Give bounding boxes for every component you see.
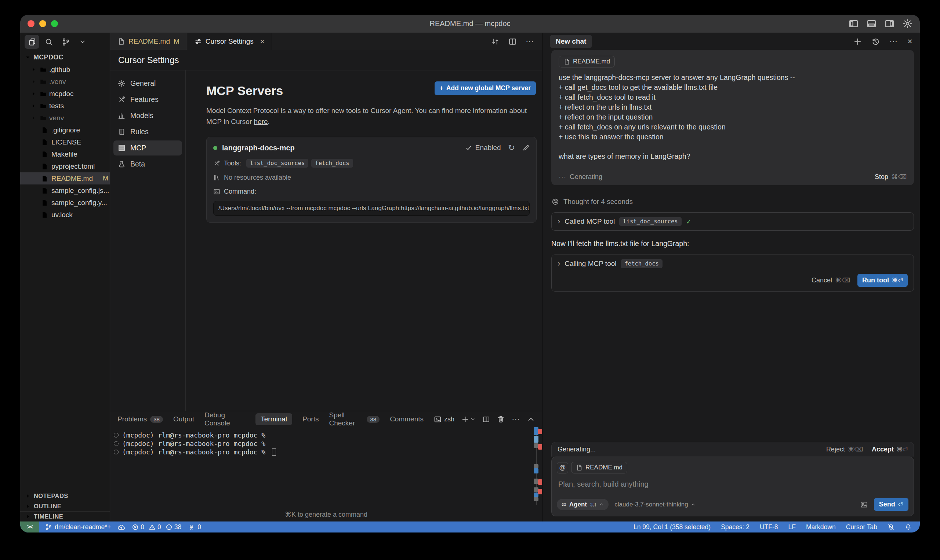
chat-tab-new-chat[interactable]: New chat	[550, 35, 592, 48]
enabled-toggle[interactable]: Enabled	[465, 144, 501, 152]
cursor-position-status[interactable]: Ln 99, Col 1 (358 selected)	[633, 523, 711, 531]
send-button[interactable]: Send ⏎	[874, 498, 908, 511]
cursor-tab-status[interactable]: Cursor Tab	[846, 523, 877, 531]
search-view-button[interactable]	[42, 35, 56, 49]
split-editor-icon[interactable]	[508, 37, 517, 46]
run-tool-button[interactable]: Run tool ⌘⏎	[857, 274, 908, 287]
eol-status[interactable]: LF	[789, 523, 796, 531]
source-control-view-button[interactable]	[59, 35, 73, 49]
new-chat-icon[interactable]	[854, 37, 862, 46]
attach-image-icon[interactable]	[860, 501, 868, 509]
section-outline[interactable]: OUTLINE	[20, 501, 110, 511]
language-mode-status[interactable]: Markdown	[806, 523, 836, 531]
git-branch-status[interactable]: rlm/clean-readme*+	[45, 523, 111, 531]
indentation-status[interactable]: Spaces: 2	[721, 523, 750, 531]
terminal-output[interactable]: (mcpdoc) rlm@rs-macbook-pro mcpdoc % (mc…	[110, 427, 542, 511]
settings-nav-models[interactable]: Models	[113, 108, 182, 123]
chevron-right-icon	[25, 503, 31, 509]
compare-changes-icon[interactable]	[491, 37, 500, 46]
cancel-tool-button[interactable]: Cancel ⌘⌫	[812, 277, 850, 284]
more-actions-icon[interactable]: ⋯	[889, 40, 898, 43]
refresh-icon[interactable]: ↻	[508, 143, 515, 152]
chat-input-placeholder[interactable]: Plan, search, build anything	[558, 480, 907, 488]
new-terminal-button[interactable]	[462, 415, 475, 423]
tab-cursor-settings[interactable]: Cursor Settings ×	[187, 33, 272, 50]
tree-item-license[interactable]: LICENSE	[20, 136, 110, 148]
tree-item-sample-config-y[interactable]: sample_config.y...	[20, 197, 110, 209]
problems-status[interactable]: 0 0 38	[132, 523, 181, 531]
notifications-bell-icon[interactable]	[905, 524, 912, 531]
minimize-window-button[interactable]	[39, 20, 46, 27]
called-tool-card[interactable]: › Called MCP tool list_doc_sources ✓	[551, 212, 914, 231]
split-terminal-icon[interactable]	[482, 415, 490, 423]
tree-item-venv[interactable]: venv	[20, 112, 110, 124]
calling-tool-card[interactable]: › Calling MCP tool fetch_docs Cancel ⌘⌫ …	[551, 254, 914, 292]
panel-tab-spell-checker[interactable]: Spell Checker38	[329, 411, 380, 427]
tree-item-mcpdoc[interactable]: mcpdoc	[20, 88, 110, 100]
chevron-right-icon[interactable]: ›	[557, 260, 560, 268]
panel-tab-debug-console[interactable]: Debug Console	[204, 411, 245, 427]
chat-history-icon[interactable]	[871, 37, 880, 46]
maximize-panel-icon[interactable]	[527, 415, 535, 423]
mcp-docs-link[interactable]: here	[254, 118, 268, 125]
close-tab-icon[interactable]: ×	[260, 37, 265, 46]
close-window-button[interactable]	[28, 20, 34, 27]
settings-nav-mcp[interactable]: MCP	[113, 140, 182, 155]
zoom-window-button[interactable]	[51, 20, 58, 27]
shell-selector[interactable]: zsh	[434, 415, 454, 423]
panel-tab-output[interactable]: Output	[173, 415, 194, 423]
panel-tab-terminal[interactable]: Terminal	[255, 413, 292, 425]
tree-item-tests[interactable]: tests	[20, 100, 110, 112]
kill-terminal-icon[interactable]	[497, 415, 505, 423]
server-command-value[interactable]: /Users/rlm/.local/bin/uvx --from mcpdoc …	[213, 201, 529, 215]
sync-changes-icon[interactable]	[117, 523, 125, 531]
chat-input-box[interactable]: @ README.md Plan, search, build anything…	[551, 457, 914, 516]
tree-item-sample-config-js[interactable]: sample_config.js...	[20, 185, 110, 197]
add-mcp-server-button[interactable]: + Add new global MCP server	[435, 82, 536, 95]
chevron-right-icon[interactable]: ›	[557, 217, 560, 226]
edit-pencil-icon[interactable]	[522, 144, 529, 151]
encoding-status[interactable]: UTF-8	[760, 523, 778, 531]
settings-nav-beta[interactable]: Beta	[113, 157, 182, 172]
settings-nav-features[interactable]: Features	[113, 92, 182, 107]
toggle-panel-icon[interactable]	[867, 19, 877, 29]
tree-item-gitignore[interactable]: .gitignore	[20, 124, 110, 136]
stop-button[interactable]: Stop	[875, 173, 888, 181]
model-selector[interactable]: claude-3.7-sonnet-thinking	[614, 501, 695, 508]
more-actions-icon[interactable]: ⋯	[526, 40, 534, 43]
plus-icon	[462, 415, 469, 423]
tree-item-pyproject[interactable]: pyproject.toml	[20, 160, 110, 172]
thought-row[interactable]: Thought for 4 seconds	[551, 198, 914, 206]
more-views-button[interactable]	[75, 35, 90, 49]
bell-slash-icon[interactable]	[888, 524, 894, 531]
called-tool-label: Called MCP tool	[565, 217, 615, 226]
toggle-primary-sidebar-icon[interactable]	[849, 19, 858, 29]
tree-item-makefile[interactable]: Makefile	[20, 148, 110, 160]
remote-indicator[interactable]: ><	[20, 522, 39, 532]
close-chat-icon[interactable]: ×	[908, 37, 912, 46]
reject-button[interactable]: Reject ⌘⌫	[826, 446, 863, 453]
explorer-view-button[interactable]	[25, 35, 39, 49]
tree-item-uvlock[interactable]: uv.lock	[20, 209, 110, 221]
panel-tab-ports[interactable]: Ports	[303, 415, 319, 423]
toggle-secondary-sidebar-icon[interactable]	[884, 19, 894, 29]
mode-selector[interactable]: ∞ Agent ⌘I	[557, 499, 608, 510]
panel-tab-problems[interactable]: Problems38	[117, 415, 163, 423]
context-file-chip[interactable]: README.md	[571, 462, 627, 474]
section-notepads[interactable]: NOTEPADS	[20, 491, 110, 501]
settings-gear-icon[interactable]	[903, 19, 912, 29]
settings-nav-rules[interactable]: Rules	[113, 124, 182, 139]
tree-root[interactable]: MCPDOC	[20, 51, 110, 63]
panel-tab-comments[interactable]: Comments	[390, 415, 424, 423]
accept-button[interactable]: Accept ⌘⏎	[872, 446, 908, 453]
tab-readme[interactable]: README.md M	[110, 33, 187, 50]
add-context-button[interactable]: @	[557, 462, 568, 474]
settings-nav-general[interactable]: General	[113, 76, 182, 91]
tree-item-github[interactable]: .github	[20, 63, 110, 75]
tree-item-readme[interactable]: README.mdM	[20, 172, 110, 185]
more-actions-icon[interactable]: ⋯	[512, 417, 520, 421]
tree-item-venv-hidden[interactable]: .venv	[20, 75, 110, 88]
context-file-chip[interactable]: README.md	[559, 56, 615, 68]
ports-status[interactable]: 0	[188, 523, 201, 531]
section-timeline[interactable]: TIMELINE	[20, 511, 110, 522]
